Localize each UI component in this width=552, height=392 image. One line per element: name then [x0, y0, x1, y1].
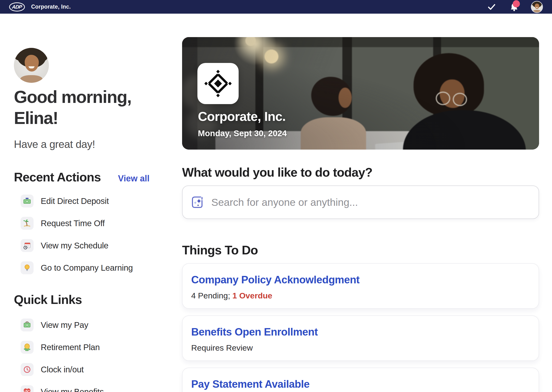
- greeting-line2: Elina!: [14, 108, 131, 129]
- quick-link-label: View my Pay: [41, 320, 88, 330]
- icon-tile: [21, 217, 34, 230]
- quick-links-list: View my Pay Retirement Plan Clock in/o: [21, 318, 104, 392]
- status-text: Requires Review: [191, 343, 253, 352]
- todo-card-benefits-enrollment[interactable]: Benefits Open Enrollment Requires Review: [182, 315, 539, 361]
- icon-tile: [21, 261, 34, 274]
- quick-link-view-my-pay[interactable]: View my Pay: [21, 318, 104, 332]
- adp-logo: ADP: [9, 2, 25, 12]
- checkmark-icon: [487, 2, 496, 12]
- money-icon: [23, 197, 31, 205]
- notifications-button[interactable]: [509, 1, 520, 13]
- todo-card-status: Requires Review: [191, 343, 529, 352]
- icon-tile: [21, 385, 34, 392]
- topbar-company-name: Corporate, Inc.: [31, 4, 71, 10]
- company-diamond-logo-icon: [204, 70, 232, 98]
- heart-pulse-icon: [23, 387, 31, 392]
- todo-card-status: 4 Pending; 1 Overdue: [191, 291, 529, 300]
- greeting-subtitle: Have a great day!: [14, 138, 95, 150]
- lightbulb-icon: [23, 264, 31, 272]
- recent-action-edit-direct-deposit[interactable]: Edit Direct Deposit: [21, 194, 133, 208]
- things-to-do-title: Things To Do: [182, 243, 258, 257]
- view-all-link[interactable]: View all: [118, 174, 150, 183]
- todo-card-title[interactable]: Company Policy Acknowledgment: [191, 274, 529, 286]
- hero-date: Monday, Sept 30, 2024: [198, 128, 287, 138]
- quick-links-title: Quick Links: [14, 293, 82, 307]
- hero-company-name: Corporate, Inc.: [198, 109, 286, 124]
- nest-egg-icon: [23, 343, 31, 351]
- todo-card-pay-statement[interactable]: Pay Statement Available A new pay statem…: [182, 368, 539, 392]
- search-bar[interactable]: [182, 185, 539, 219]
- top-navbar: ADP Corporate, Inc.: [0, 0, 552, 14]
- recent-action-label: Request Time Off: [41, 218, 105, 228]
- recent-action-request-time-off[interactable]: Request Time Off: [21, 217, 133, 230]
- quick-link-label: Retirement Plan: [41, 343, 100, 352]
- icon-tile: [21, 363, 34, 376]
- user-avatar-button[interactable]: [531, 1, 543, 13]
- recent-actions-title: Recent Actions: [14, 170, 101, 184]
- adp-logo-text: ADP: [12, 4, 22, 10]
- quick-link-view-my-benefits[interactable]: View my Benefits: [21, 385, 104, 392]
- ai-sparkle-search-icon: [191, 195, 205, 209]
- clock-icon: [23, 365, 31, 374]
- todo-card-company-policy[interactable]: Company Policy Acknowledgment 4 Pending;…: [182, 263, 539, 309]
- recent-actions-list: Edit Direct Deposit Request Time Off: [21, 194, 133, 283]
- status-pending: 4 Pending;: [191, 291, 232, 300]
- search-input[interactable]: [211, 196, 530, 208]
- profile-photo: [14, 48, 49, 83]
- quick-link-retirement-plan[interactable]: Retirement Plan: [21, 341, 104, 354]
- calendar-clock-icon: [23, 241, 31, 250]
- briefcase-money-icon: [23, 321, 31, 329]
- tasks-check-button[interactable]: [486, 1, 497, 13]
- recent-action-view-my-schedule[interactable]: View my Schedule: [21, 239, 133, 252]
- todo-card-title[interactable]: Benefits Open Enrollment: [191, 326, 529, 338]
- recent-actions-header: Recent Actions View all: [14, 170, 150, 184]
- icon-tile: [21, 341, 34, 354]
- recent-action-label: View my Schedule: [41, 241, 108, 250]
- status-overdue: 1 Overdue: [232, 291, 272, 300]
- icon-tile: [21, 239, 34, 252]
- quick-link-label: View my Benefits: [41, 387, 104, 392]
- palm-vacation-icon: [23, 219, 31, 228]
- search-heading: What would you like to do today?: [182, 165, 372, 180]
- company-logo-card: [197, 63, 239, 104]
- dashboard-page: ADP Corporate, Inc.: [0, 0, 552, 392]
- company-hero-banner: Corporate, Inc. Monday, Sept 30, 2024: [182, 37, 539, 150]
- quick-link-clock-in-out[interactable]: Clock in/out: [21, 363, 104, 376]
- avatar-photo: [531, 1, 542, 13]
- topbar-actions: [486, 1, 543, 13]
- todo-card-title[interactable]: Pay Statement Available: [191, 378, 529, 390]
- icon-tile: [21, 195, 34, 208]
- recent-action-label: Go to Company Learning: [41, 263, 133, 273]
- recent-action-label: Edit Direct Deposit: [41, 196, 109, 206]
- icon-tile: [21, 319, 34, 331]
- notification-badge: [513, 0, 520, 7]
- quick-link-label: Clock in/out: [41, 365, 84, 374]
- recent-action-company-learning[interactable]: Go to Company Learning: [21, 261, 133, 274]
- greeting-line1: Good morning,: [14, 87, 131, 108]
- greeting-heading: Good morning, Elina!: [14, 87, 131, 129]
